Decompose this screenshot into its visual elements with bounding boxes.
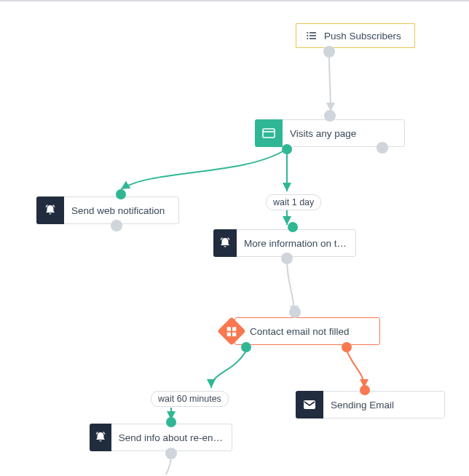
pill-label: wait 60 minutes xyxy=(158,394,221,404)
node-send-web-notification[interactable]: Send web notification xyxy=(36,197,179,224)
svg-rect-10 xyxy=(227,332,232,336)
port-out[interactable] xyxy=(282,144,292,154)
wait-60-min[interactable]: wait 60 minutes xyxy=(151,391,229,407)
node-sending-email[interactable]: Sending Email xyxy=(296,391,445,419)
node-label: Sending Email xyxy=(331,400,394,410)
wait-1-day[interactable]: wait 1 day xyxy=(266,194,321,210)
port[interactable] xyxy=(323,46,335,57)
mail-icon xyxy=(296,391,323,419)
port-in[interactable] xyxy=(289,306,301,318)
workflow-canvas[interactable]: Push Subscribers Visits any page wait 1 … xyxy=(0,1,469,476)
svg-point-4 xyxy=(307,35,308,36)
svg-rect-8 xyxy=(227,327,232,331)
port-no[interactable] xyxy=(342,342,352,352)
node-condition-email[interactable]: Contact email not filled xyxy=(234,317,380,345)
grid-icon xyxy=(217,317,246,346)
port-in[interactable] xyxy=(360,385,370,395)
svg-point-3 xyxy=(307,32,308,33)
svg-rect-6 xyxy=(263,129,275,138)
node-label: Send web notification xyxy=(71,205,165,216)
bell-icon xyxy=(36,197,64,224)
port[interactable] xyxy=(111,220,122,231)
port[interactable] xyxy=(377,142,388,154)
pill-label: wait 1 day xyxy=(273,197,314,207)
node-label: Visits any page xyxy=(290,128,356,139)
svg-rect-12 xyxy=(304,400,315,409)
port-in[interactable] xyxy=(166,417,176,427)
node-send-reengage[interactable]: Send info about re-en… xyxy=(90,424,232,451)
port[interactable] xyxy=(165,448,177,459)
node-push-subscribers[interactable]: Push Subscribers xyxy=(296,23,415,48)
svg-point-5 xyxy=(307,38,308,39)
page-icon xyxy=(255,119,283,147)
node-label: Send info about re-en… xyxy=(119,432,223,443)
port-yes[interactable] xyxy=(241,342,251,352)
port-in[interactable] xyxy=(116,189,126,199)
port[interactable] xyxy=(281,253,293,264)
svg-rect-9 xyxy=(232,327,237,331)
bell-icon xyxy=(90,424,111,451)
node-label: Contact email not filled xyxy=(250,326,350,337)
bell-icon xyxy=(213,229,237,257)
port-in[interactable] xyxy=(288,222,298,232)
node-label: More information on t… xyxy=(244,238,347,249)
port[interactable] xyxy=(324,110,336,122)
node-label: Push Subscribers xyxy=(324,31,401,41)
list-icon xyxy=(307,31,317,40)
svg-rect-11 xyxy=(232,332,237,336)
